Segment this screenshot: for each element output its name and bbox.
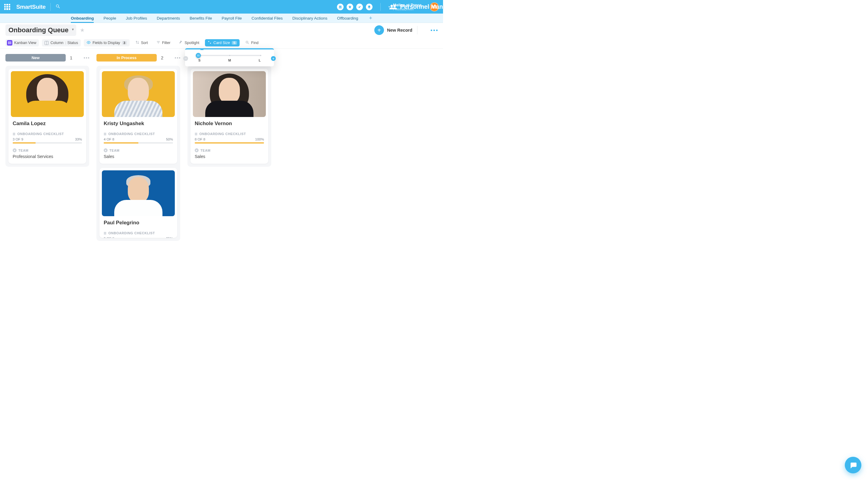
kanban-column-in-process: In Process 2 Kristy Ungashek ONBOARDING … [96, 54, 180, 241]
spotlight-icon [179, 40, 183, 45]
fields-to-display-button[interactable]: Fields to Display 3 [84, 39, 130, 47]
record-card[interactable]: Paul Pelegrino ONBOARDING CHECKLIST 2 OF… [99, 168, 177, 238]
members-button[interactable] [337, 4, 344, 10]
tab-disciplinary-actions[interactable]: Disciplinary Actions [292, 13, 327, 23]
svg-point-2 [391, 4, 393, 7]
checklist-icon [195, 132, 198, 136]
team-icon: ▾ [195, 148, 198, 152]
app-logo[interactable]: SmartSuite [16, 4, 45, 10]
plus-icon: + [374, 25, 384, 35]
tab-payroll-file[interactable]: Payroll File [222, 13, 242, 23]
progress-pct: 25% [166, 237, 173, 238]
divider [50, 3, 51, 11]
progress-bar [195, 142, 264, 144]
card-title: Paul Pelegrino [104, 220, 173, 226]
spotlight-button[interactable]: Spotlight [176, 39, 202, 47]
checklist-icon [13, 132, 16, 136]
record-card[interactable]: Nichole Vernon ONBOARDING CHECKLIST 8 OF… [190, 69, 268, 164]
tab-departments[interactable]: Departments [157, 13, 180, 23]
notifications-button[interactable] [366, 4, 373, 10]
column-icon [44, 41, 49, 45]
svg-line-1 [59, 7, 60, 8]
search-icon[interactable] [56, 4, 60, 10]
card-size-decrease-button[interactable]: − [183, 56, 188, 61]
card-size-increase-button[interactable]: + [271, 56, 276, 61]
view-header: Onboarding Queue ★ + New Record [0, 23, 443, 37]
progress-pct: 100% [255, 138, 264, 141]
size-label-s: S [198, 59, 200, 62]
size-label-l: L [258, 59, 261, 62]
column-count: 2 [161, 56, 163, 60]
team-value: Sales [195, 154, 264, 159]
new-record-button[interactable]: + New Record [374, 25, 412, 35]
svg-point-3 [393, 4, 396, 7]
divider [417, 26, 417, 34]
card-size-popover: − S M L + [185, 48, 274, 66]
card-title: Nichole Vernon [195, 121, 264, 127]
checklist-icon [104, 231, 107, 235]
size-label-m: M [228, 59, 231, 62]
solution-tabs: Onboarding People Job Profiles Departmen… [0, 13, 443, 23]
tab-job-profiles[interactable]: Job Profiles [126, 13, 147, 23]
card-title: Kristy Ungashek [104, 121, 173, 127]
view-type-button[interactable]: Kanban View [5, 39, 39, 47]
team-icon: ▾ [13, 148, 17, 152]
filter-icon [156, 40, 160, 45]
new-record-label: New Record [387, 28, 412, 33]
card-size-button[interactable]: Card Size S [205, 39, 240, 47]
team-value: Professional Services [13, 154, 82, 159]
progress-text: 2 OF 8 [104, 237, 114, 238]
record-card[interactable]: Kristy Ungashek ONBOARDING CHECKLIST 4 O… [99, 69, 177, 164]
card-title: Camila Lopez [13, 121, 82, 127]
filter-button[interactable]: Filter [154, 39, 173, 47]
column-label[interactable]: New [5, 54, 66, 61]
svg-point-10 [246, 41, 248, 43]
kanban-column-new: New 1 Camila Lopez ONBOARDING CHECKLIST … [5, 54, 89, 167]
svg-point-0 [56, 4, 59, 7]
more-menu-icon[interactable] [431, 30, 438, 31]
svg-point-6 [88, 42, 89, 43]
tab-people[interactable]: People [103, 13, 116, 23]
add-tab-button[interactable]: + [369, 15, 373, 22]
svg-point-4 [339, 6, 340, 7]
progress-bar [104, 142, 173, 144]
team-value: Sales [104, 154, 173, 159]
record-card[interactable]: Camila Lopez ONBOARDING CHECKLIST 3 OF 9… [8, 69, 86, 164]
kanban-icon [7, 40, 12, 46]
tab-confidential-files[interactable]: Confidential Files [251, 13, 283, 23]
column-label[interactable]: In Process [96, 54, 157, 61]
progress-pct: 33% [75, 138, 82, 141]
apps-grid-icon[interactable] [4, 4, 10, 10]
star-icon[interactable]: ★ [80, 27, 85, 33]
card-size-slider[interactable] [198, 55, 261, 56]
tasks-button[interactable] [356, 4, 363, 10]
view-name-dropdown[interactable]: Onboarding Queue [5, 24, 76, 36]
progress-bar [13, 142, 82, 144]
tab-offboarding[interactable]: Offboarding [337, 13, 358, 23]
group-column-button[interactable]: Column : Status [42, 39, 81, 47]
progress-text: 4 OF 8 [104, 138, 114, 141]
sort-button[interactable]: Sort [133, 39, 151, 47]
checklist-icon [104, 132, 107, 136]
eye-icon [87, 40, 91, 46]
column-count: 1 [70, 56, 72, 60]
svg-line-11 [248, 43, 249, 44]
tab-onboarding[interactable]: Onboarding [71, 13, 94, 23]
tab-benefits-file[interactable]: Benefits File [190, 13, 212, 23]
progress-text: 8 OF 8 [195, 138, 205, 141]
column-menu-icon[interactable] [175, 57, 180, 59]
find-button[interactable]: Find [243, 39, 261, 47]
kanban-column-complete: Nichole Vernon ONBOARDING CHECKLIST 8 OF… [187, 54, 271, 167]
progress-text: 3 OF 9 [13, 138, 23, 141]
favorite-button[interactable] [347, 4, 353, 10]
slider-knob[interactable] [196, 53, 201, 58]
user-org: ProcessDriven [393, 7, 426, 11]
column-menu-icon[interactable] [84, 57, 89, 59]
svg-point-5 [340, 6, 341, 7]
view-toolbar: Kanban View Column : Status Fields to Di… [0, 37, 443, 49]
sort-icon [135, 40, 139, 45]
app-header: SmartSuite Personnel Management 2 ▼ ▼ Me… [0, 0, 443, 13]
divider [380, 3, 381, 11]
progress-pct: 50% [166, 138, 173, 141]
search-icon [245, 40, 249, 45]
